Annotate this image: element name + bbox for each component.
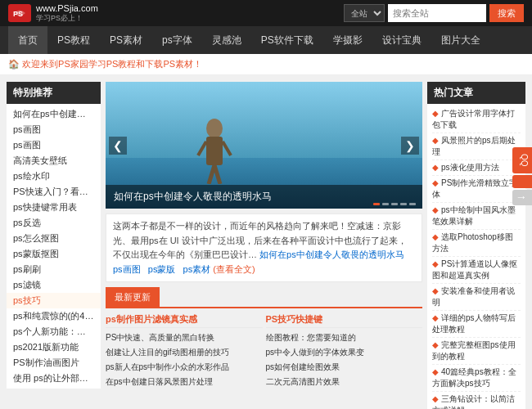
svg-text:PS: PS [13, 10, 23, 18]
scroll-up-button[interactable]: ↑ [512, 190, 532, 205]
list-item[interactable]: 高清美女壁纸 [7, 153, 101, 169]
breadcrumb-icon: 🏠 [8, 59, 20, 69]
latest-right-header: PS技巧快捷键 [266, 312, 423, 328]
svg-line-4 [214, 165, 220, 184]
list-item[interactable]: 绘图教程：您需要知道的 [266, 330, 423, 345]
sidebar-left: 特别推荐 如何在ps中创建令人敬畏的透明水马 ps画图 ps画图 高清美女壁纸 … [7, 82, 101, 409]
slide-dots [373, 203, 416, 205]
list-item[interactable]: ◆PS制作光滑精致立字体 [432, 176, 521, 203]
list-item[interactable]: ps蒙版抠图 [7, 246, 101, 262]
list-item[interactable]: ps如何创建绘图效果 [266, 360, 423, 375]
breadcrumb: 🏠 欢迎来到PS家园学习PS教程和下载PS素材！ [0, 54, 532, 75]
logo-text: www.PSjia.com 学习PS必上！ [36, 2, 98, 24]
latest-col-left: ps制作图片滤镜真实感 PS中快速、高质量的黑白转换 创建让人注目的gif动图相… [106, 312, 263, 389]
featured-section: 特别推荐 如何在ps中创建令人敬畏的透明水马 ps画图 ps画图 高清美女壁纸 … [7, 82, 101, 389]
featured-list: 如何在ps中创建令人敬畏的透明水马 ps画图 ps画图 高清美女壁纸 ps绘水印… [7, 104, 101, 389]
search-scope-select[interactable]: 全站 [344, 4, 385, 22]
main-nav: 首页 PS教程 PS素材 ps字体 灵感池 PS软件下载 学摄影 设计宝典 图片… [0, 26, 532, 54]
list-item[interactable]: ◆ps液化使用方法 [432, 160, 521, 176]
latest-col-right: PS技巧快捷键 绘图教程：您需要知道的 ps中令人做到的字体效果变 ps如何创建… [266, 312, 423, 389]
slide-dot-1[interactable] [373, 203, 380, 205]
nav-item-design[interactable]: 设计宝典 [372, 26, 431, 54]
center-content: ❮ ❯ 如何在ps中创建令人敬畏的透明水马 这两本子都是不一样的设计，而近年的风… [101, 82, 427, 409]
nav-item-gallery[interactable]: 图片大全 [431, 26, 490, 54]
feedback-button[interactable]: 反馈 [512, 175, 532, 188]
svg-rect-2 [206, 137, 223, 165]
tab-nav: 最新更新 [106, 287, 422, 308]
slide-dot-2[interactable] [382, 203, 389, 205]
article-intro: 这两本子都是不一样的设计，而近年的风格趋向了解来吧！空减速：京影光、最用ps在 … [106, 213, 422, 282]
header: PS www.PSjia.com 学习PS必上！ 全站 搜索 [0, 0, 532, 26]
qq-button[interactable]: QQ [512, 147, 532, 173]
list-item[interactable]: 如何在ps中创建令人敬畏的透明水马 [7, 106, 101, 122]
list-item[interactable]: ps怎么抠图 [7, 231, 101, 246]
list-item[interactable]: 使用 ps的让外部图片效果 [7, 371, 101, 386]
list-item[interactable]: ◆风景照片的ps后期处理 [432, 133, 521, 160]
sidebar-right: 热门文章 ◆广告设计常用字体打包下载 ◆风景照片的ps后期处理 ◆ps液化使用方… [427, 82, 525, 409]
slide-dot-3[interactable] [391, 203, 398, 205]
search-bar: 全站 搜索 [344, 4, 524, 22]
list-item[interactable]: PS中快速、高质量的黑白转换 [106, 330, 263, 345]
list-item[interactable]: ◆三角钻设计：以简洁方式详解 [432, 392, 521, 409]
list-item[interactable]: PS制作油画图片 [7, 355, 101, 371]
list-item[interactable]: ◆完整完整框图ps使用到的教程 [432, 338, 521, 365]
list-item[interactable]: ◆40篇经典ps教程：全方面解决ps技巧 [432, 365, 521, 392]
main-content: 特别推荐 如何在ps中创建令人敬畏的透明水马 ps画图 ps画图 高清美女壁纸 … [0, 75, 532, 409]
list-item[interactable]: 在ps中创建日落风景图片处理 [106, 375, 263, 389]
svg-line-5 [198, 142, 206, 155]
tab-latest[interactable]: 最新更新 [106, 287, 160, 307]
nav-item-home[interactable]: 首页 [8, 26, 47, 54]
slide-dot-5[interactable] [409, 203, 416, 205]
list-item[interactable]: ps刷刷 [7, 262, 101, 277]
hot-articles: 热门文章 ◆广告设计常用字体打包下载 ◆风景照片的ps后期处理 ◆ps液化使用方… [427, 82, 525, 409]
list-item[interactable]: ◆ps中绘制中国风水墨笔效果详解 [432, 203, 521, 230]
search-button[interactable]: 搜索 [489, 4, 524, 22]
list-item[interactable]: ps画图 [7, 122, 101, 137]
logo-icon: PS [8, 4, 31, 22]
search-input[interactable] [388, 4, 486, 22]
list-item[interactable]: ◆详细的ps人物特写后处理教程 [432, 311, 521, 338]
list-item[interactable]: ps滤镜 [7, 277, 101, 293]
nav-item-tutorial[interactable]: PS教程 [47, 26, 100, 54]
logo: PS www.PSjia.com 学习PS必上！ [8, 2, 98, 24]
list-item[interactable]: ps2021版新功能 [7, 339, 101, 355]
list-item[interactable]: ps个人新功能：自动着色、DOF 效果等 [7, 324, 101, 339]
svg-line-6 [223, 142, 231, 155]
list-item[interactable]: ◆选取Photoshop移图方法 [432, 230, 521, 257]
list-item[interactable]: ps反选 [7, 215, 101, 231]
list-item[interactable]: ps快捷键常用表 [7, 200, 101, 215]
list-item[interactable]: ◆广告设计常用字体打包下载 [432, 106, 521, 133]
nav-item-photography[interactable]: 学摄影 [323, 26, 372, 54]
nav-item-material[interactable]: PS素材 [100, 26, 152, 54]
list-item[interactable]: PS快速入门？看这篇经典的万字笔记 [7, 184, 101, 200]
list-item[interactable]: ◆PS计算通道以人像抠图和超逼真实例 [432, 257, 521, 284]
slide-title: 如何在ps中创建令人敬畏的透明水马 [114, 190, 414, 204]
svg-point-1 [206, 119, 223, 138]
list-item[interactable]: ps新人在ps中制作小众的水彩作品 [106, 360, 263, 375]
latest-grid: ps制作图片滤镜真实感 PS中快速、高质量的黑白转换 创建让人注目的gif动图相… [106, 312, 422, 389]
slide-prev-btn[interactable]: ❮ [109, 137, 127, 155]
slide-dot-4[interactable] [400, 203, 407, 205]
slide-next-btn[interactable]: ❯ [401, 137, 419, 155]
list-item[interactable]: 二次元高清图片效果 [266, 375, 423, 389]
list-item[interactable]: ps和纯震惊的(的4种方 [7, 308, 101, 324]
read-more-link[interactable]: (查看全文) [213, 264, 255, 274]
list-item[interactable]: 创建让人注目的gif动图相册的技巧 [106, 345, 263, 360]
slideshow: ❮ ❯ 如何在ps中创建令人敬畏的透明水马 [106, 82, 422, 209]
list-item-highlighted[interactable]: ps技巧 [7, 293, 101, 308]
latest-left-header: ps制作图片滤镜真实感 [106, 312, 263, 328]
featured-title: 特别推荐 [7, 82, 101, 104]
nav-item-font[interactable]: ps字体 [152, 26, 202, 54]
list-item[interactable]: ◆安装准备和使用者说明 [432, 284, 521, 311]
list-item[interactable]: ps画图 [7, 137, 101, 153]
nav-item-download[interactable]: PS软件下载 [251, 26, 323, 54]
hot-articles-list: ◆广告设计常用字体打包下载 ◆风景照片的ps后期处理 ◆ps液化使用方法 ◆PS… [427, 104, 525, 409]
list-item[interactable]: ps绘水印 [7, 169, 101, 184]
nav-item-inspiration[interactable]: 灵感池 [202, 26, 251, 54]
hot-articles-title: 热门文章 [427, 82, 525, 104]
list-item[interactable]: ps中令人做到的字体效果变 [266, 345, 423, 360]
